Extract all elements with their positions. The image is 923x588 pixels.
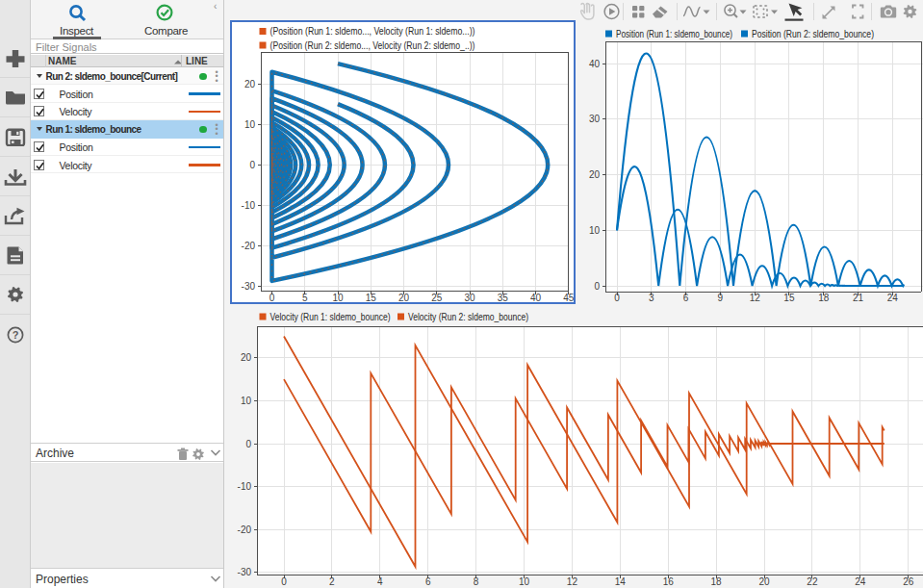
svg-text:3: 3 [649, 293, 654, 303]
svg-text:24: 24 [855, 576, 866, 587]
svg-text:0: 0 [614, 293, 620, 303]
svg-text:10: 10 [589, 225, 601, 236]
svg-text:18: 18 [711, 576, 723, 587]
svg-text:6: 6 [683, 293, 689, 303]
svg-text:45: 45 [563, 293, 574, 302]
svg-text:35: 35 [498, 293, 509, 302]
svg-text:-10: -10 [238, 481, 252, 492]
svg-text:25: 25 [431, 293, 443, 302]
svg-text:4: 4 [377, 576, 383, 587]
svg-text:Velocity (Run 2: sldemo_bounce: Velocity (Run 2: sldemo_bounce) [408, 311, 528, 322]
svg-text:9: 9 [718, 293, 724, 303]
svg-text:10: 10 [241, 396, 252, 406]
svg-text:-20: -20 [242, 241, 256, 251]
svg-text:30: 30 [464, 293, 475, 302]
svg-text:10: 10 [244, 119, 256, 130]
svg-text:5: 5 [302, 293, 308, 302]
svg-text:14: 14 [615, 576, 627, 587]
svg-text:(Position (Run 1: sldemo..., V: (Position (Run 1: sldemo..., Velocity (R… [270, 25, 475, 37]
svg-text:10: 10 [332, 293, 344, 302]
svg-text:-20: -20 [238, 524, 252, 535]
svg-text:(Position (Run 2: sldemo..., V: (Position (Run 2: sldemo..., Velocity (R… [270, 39, 475, 51]
svg-text:15: 15 [366, 293, 377, 302]
svg-text:26: 26 [903, 576, 914, 587]
svg-text:0: 0 [269, 293, 275, 302]
svg-text:12: 12 [567, 576, 578, 587]
svg-text:21: 21 [853, 293, 864, 303]
svg-text:20: 20 [244, 79, 256, 89]
svg-text:-30: -30 [242, 281, 256, 292]
svg-text:30: 30 [589, 114, 601, 124]
svg-text:16: 16 [663, 576, 675, 587]
svg-text:40: 40 [530, 293, 542, 302]
svg-text:22: 22 [807, 576, 818, 587]
svg-text:0: 0 [245, 439, 251, 449]
svg-text:18: 18 [818, 293, 830, 303]
svg-text:40: 40 [589, 59, 601, 69]
svg-text:6: 6 [425, 576, 431, 587]
svg-text:20: 20 [758, 576, 770, 587]
svg-text:0: 0 [281, 576, 287, 587]
svg-text:24: 24 [887, 293, 899, 303]
svg-text:8: 8 [474, 576, 479, 587]
svg-text:20: 20 [589, 169, 601, 180]
svg-text:-10: -10 [242, 200, 256, 211]
svg-text:10: 10 [519, 576, 530, 587]
svg-text:Position (Run 1: sldemo_bounce: Position (Run 1: sldemo_bounce) [616, 28, 732, 39]
svg-text:Position (Run 2: sldemo_bounce: Position (Run 2: sldemo_bounce) [752, 28, 874, 39]
svg-text:-30: -30 [238, 567, 252, 577]
svg-text:Velocity (Run 1: sldemo_bounce: Velocity (Run 1: sldemo_bounce) [270, 311, 391, 322]
svg-text:0: 0 [249, 160, 255, 170]
svg-text:2: 2 [329, 576, 335, 587]
svg-text:0: 0 [594, 281, 600, 292]
svg-text:15: 15 [783, 293, 795, 303]
svg-text:20: 20 [241, 352, 252, 363]
svg-text:?: ? [13, 329, 19, 341]
svg-text:20: 20 [398, 293, 410, 302]
svg-text:12: 12 [750, 293, 761, 303]
